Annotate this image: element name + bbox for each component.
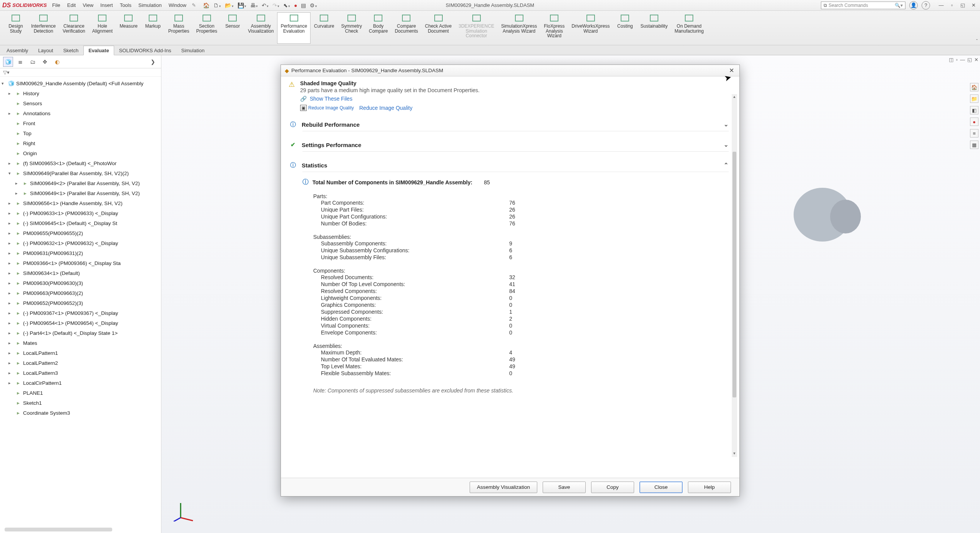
ribbon-asm-vis[interactable]: Assembly Visualization bbox=[244, 12, 277, 44]
doc-max-icon[interactable]: ◱ bbox=[967, 57, 972, 63]
assembly-visualization-button[interactable]: Assembly Visualization bbox=[470, 482, 537, 493]
ribbon-dwx[interactable]: DriveWorksXpress Wizard bbox=[568, 12, 613, 44]
tree-item[interactable]: ▸▸SIM009649<1> (Parallel Bar Assembly, S… bbox=[2, 188, 161, 198]
tree-item[interactable]: ▸▸PM009663(PM009663)(2) bbox=[2, 288, 161, 298]
options-icon[interactable]: ▤ bbox=[301, 2, 306, 8]
tree-item[interactable]: ▾▸SIM009649(Parallel Bar Assembly, SH, V… bbox=[2, 168, 161, 178]
taskpane-home-icon[interactable]: 🏠 bbox=[970, 83, 978, 91]
ribbon-section[interactable]: Section Properties bbox=[193, 12, 221, 44]
minimize-icon[interactable]: — bbox=[937, 1, 945, 10]
ribbon-hole[interactable]: Hole Alignment bbox=[89, 12, 116, 44]
ribbon-body-compare[interactable]: Body Compare bbox=[365, 12, 391, 44]
tree-filter[interactable]: ▽▾ bbox=[0, 68, 161, 77]
undo-icon[interactable]: ↶ bbox=[262, 2, 269, 8]
home-icon[interactable]: 🏠 bbox=[203, 2, 209, 8]
tree-item[interactable]: ▸▸PM009652(PM009652)(3) bbox=[2, 298, 161, 308]
doc-split-icon[interactable]: ◫ bbox=[949, 57, 953, 63]
menu-simulation[interactable]: Simulation bbox=[138, 2, 162, 8]
taskpane-prop-icon[interactable]: ≡ bbox=[970, 129, 978, 137]
ribbon-symmetry[interactable]: Symmetry Check bbox=[338, 12, 365, 44]
ribbon-costing[interactable]: Costing bbox=[613, 12, 637, 44]
help-icon[interactable]: ? bbox=[922, 1, 930, 10]
taskpane-forum-icon[interactable]: ▦ bbox=[970, 141, 978, 149]
ribbon-clearance[interactable]: Clearance Verification bbox=[59, 12, 89, 44]
tree-item[interactable]: ▸▸History bbox=[2, 88, 161, 98]
dialog-titlebar[interactable]: ◆ Performance Evaluation - SIM009629_Han… bbox=[281, 65, 739, 76]
menu-file[interactable]: File bbox=[52, 2, 60, 8]
tree-item[interactable]: ▸▸(f) SIM009653<1> (Default) <_PhotoWor bbox=[2, 158, 161, 168]
tab-solidworks-add-ins[interactable]: SOLIDWORKS Add-Ins bbox=[114, 46, 176, 55]
ribbon-flox[interactable]: FloXpress Analysis Wizard bbox=[540, 12, 568, 44]
save-icon[interactable]: 💾 bbox=[238, 2, 246, 8]
search-go-icon[interactable]: 🔍▾ bbox=[895, 3, 903, 8]
tree-hscroll[interactable] bbox=[5, 528, 112, 531]
print-icon[interactable]: 🖶 bbox=[250, 2, 258, 8]
dialog-scrollbar[interactable]: ▴ ▾ bbox=[732, 94, 737, 457]
tree-item[interactable]: ▸PLANE1 bbox=[2, 388, 161, 398]
tree-item[interactable]: ▸▸LocalLPattern1 bbox=[2, 348, 161, 358]
ribbon-simx[interactable]: SimulationXpress Analysis Wizard bbox=[498, 12, 540, 44]
tree-tab-feature[interactable]: 🧊 bbox=[3, 57, 13, 67]
ribbon-interference[interactable]: Interference Detection bbox=[28, 12, 59, 44]
tree-item[interactable]: ▸▸LocalCirPattern1 bbox=[2, 378, 161, 388]
tree-item[interactable]: ▸▸Mates bbox=[2, 338, 161, 348]
scroll-down-icon[interactable]: ▾ bbox=[732, 451, 737, 457]
menu-view[interactable]: View bbox=[83, 2, 93, 8]
tree-item[interactable]: ▸Sensors bbox=[2, 98, 161, 108]
doc-close-icon[interactable]: ✕ bbox=[974, 57, 978, 63]
copy-button[interactable]: Copy bbox=[591, 482, 634, 493]
rec-icon[interactable]: ● bbox=[294, 2, 297, 8]
tree-item[interactable]: ▸▸Annotations bbox=[2, 108, 161, 118]
ribbon-sust[interactable]: Sustainability bbox=[637, 12, 671, 44]
tree-item[interactable]: ▸▸(-) PM009632<1> (PM009632) <_Display bbox=[2, 238, 161, 248]
rebuild-section[interactable]: ⓘ Rebuild Performance ⌄ bbox=[302, 118, 729, 131]
scroll-up-icon[interactable]: ▴ bbox=[732, 94, 737, 100]
select-icon[interactable]: ⬉ bbox=[283, 2, 290, 8]
statistics-section[interactable]: ⓘ Statistics ⌃ bbox=[302, 159, 729, 172]
feature-tree[interactable]: ▾🧊 SIM009629_Handle Assembly (Default) <… bbox=[0, 77, 161, 526]
menu-tools[interactable]: Tools bbox=[120, 2, 131, 8]
scroll-thumb[interactable] bbox=[733, 152, 736, 397]
tree-tab-list[interactable]: ≣ bbox=[15, 57, 25, 67]
tree-item[interactable]: ▸▸(-) PM009654<1> (PM009654) <_Display bbox=[2, 318, 161, 328]
ribbon-collapse-icon[interactable]: ˆ bbox=[976, 39, 978, 44]
tree-item[interactable]: ▸▸LocalLPattern2 bbox=[2, 358, 161, 368]
dialog-close-icon[interactable]: ✕ bbox=[728, 67, 736, 74]
tree-collapse-icon[interactable]: ❯ bbox=[148, 57, 158, 67]
help-button[interactable]: Help bbox=[688, 482, 731, 493]
ribbon-check-active[interactable]: Check Active Document bbox=[422, 12, 455, 44]
tree-item[interactable]: ▸▸PM009631(PM009631)(2) bbox=[2, 248, 161, 258]
tree-item[interactable]: ▸Top bbox=[2, 128, 161, 138]
restore-icon[interactable]: ▫ bbox=[948, 1, 956, 10]
tree-item[interactable]: ▸Coordinate System3 bbox=[2, 408, 161, 418]
user-icon[interactable]: 👤 bbox=[909, 1, 918, 10]
tree-item[interactable]: ▸Front bbox=[2, 118, 161, 128]
tree-item[interactable]: ▸▸SIM009634<1> (Default) bbox=[2, 268, 161, 278]
ribbon-curvature[interactable]: Curvature bbox=[311, 12, 338, 44]
tab-evaluate[interactable]: Evaluate bbox=[83, 46, 114, 55]
taskpane-view-icon[interactable]: ◧ bbox=[970, 106, 978, 114]
doc-restore-icon[interactable]: ▫ bbox=[956, 57, 958, 63]
tree-tab-config[interactable]: 🗂 bbox=[28, 57, 38, 67]
taskpane-res-icon[interactable]: 📁 bbox=[970, 94, 978, 103]
ribbon-sensor[interactable]: Sensor bbox=[221, 12, 244, 44]
show-files-link[interactable]: Show These Files bbox=[310, 96, 352, 102]
tree-item[interactable]: ▸▸PM009630(PM009630)(3) bbox=[2, 278, 161, 288]
save-button[interactable]: Save bbox=[543, 482, 586, 493]
tree-item[interactable]: ▸Sketch1 bbox=[2, 398, 161, 408]
ribbon-design-study[interactable]: Design Study bbox=[4, 12, 28, 44]
tree-item[interactable]: ▸▸PM009366<1> (PM009366) <_Display Sta bbox=[2, 258, 161, 268]
taskpane-appear-icon[interactable]: ● bbox=[970, 118, 978, 126]
ribbon-odm[interactable]: On Demand Manufacturing bbox=[671, 12, 707, 44]
tree-tab-move[interactable]: ✥ bbox=[40, 57, 50, 67]
tab-sketch[interactable]: Sketch bbox=[58, 46, 83, 55]
close-button[interactable]: Close bbox=[639, 482, 683, 493]
tree-item[interactable]: ▸▸SIM009656<1> (Handle Assembly, SH, V2) bbox=[2, 198, 161, 208]
menu-window[interactable]: Window bbox=[169, 2, 186, 8]
tree-root[interactable]: ▾🧊 SIM009629_Handle Assembly (Default) <… bbox=[2, 78, 161, 88]
redo-icon[interactable]: ↷ bbox=[272, 2, 279, 8]
tree-item[interactable]: ▸▸SIM009649<2> (Parallel Bar Assembly, S… bbox=[2, 178, 161, 188]
tab-layout[interactable]: Layout bbox=[33, 46, 58, 55]
reduce-quality-link[interactable]: Reduce Image Quality bbox=[359, 105, 413, 111]
search-input[interactable]: ⧉ Search Commands 🔍▾ bbox=[821, 2, 905, 9]
